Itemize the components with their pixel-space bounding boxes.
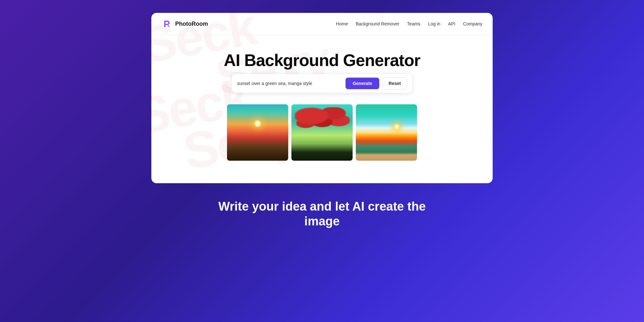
search-container: Generate Reset — [162, 74, 482, 93]
card-content: PhotoRoom Home Background Remover Teams … — [151, 13, 493, 183]
gallery-image-1[interactable] — [227, 104, 288, 161]
tagline-section: Write your idea and let AI create the im… — [196, 183, 448, 245]
photoroom-logo-icon — [162, 19, 172, 29]
image-gallery — [162, 104, 482, 174]
generate-button[interactable]: Generate — [346, 78, 379, 89]
hero-section: AI Background Generator Generate Reset — [151, 35, 493, 183]
nav-teams[interactable]: Teams — [407, 21, 420, 26]
nav-links: Home Background Remover Teams Log in API… — [336, 21, 482, 26]
gallery-image-2[interactable] — [291, 104, 353, 161]
brand-name: PhotoRoom — [175, 21, 208, 27]
logo-area: PhotoRoom — [162, 19, 208, 29]
nav-api[interactable]: API — [448, 21, 456, 26]
main-card: Seck Sexy Seck Secy — [151, 13, 493, 183]
search-bar: Generate Reset — [232, 74, 412, 93]
tagline-text: Write your idea and let AI create the im… — [209, 199, 435, 229]
prompt-input[interactable] — [237, 81, 342, 86]
nav-home[interactable]: Home — [336, 21, 348, 26]
nav-login[interactable]: Log in — [428, 21, 440, 26]
gallery-image-3[interactable] — [356, 104, 417, 161]
nav-company[interactable]: Company — [463, 21, 482, 26]
nav-background-remover[interactable]: Background Remover — [356, 21, 399, 26]
reset-button[interactable]: Reset — [383, 77, 407, 90]
hero-title: AI Background Generator — [162, 51, 482, 70]
navbar: PhotoRoom Home Background Remover Teams … — [151, 13, 493, 35]
